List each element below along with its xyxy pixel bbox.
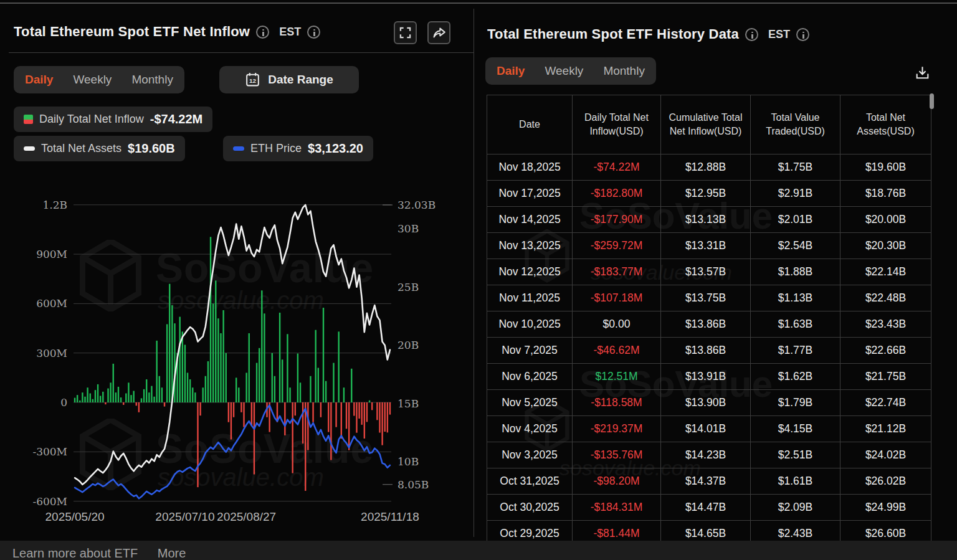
share-button[interactable] [427,21,450,44]
legend-label: Total Net Assets [41,142,121,155]
table-row: Nov 14,2025-$177.90M$13.13B$2.01B$20.00B [487,207,931,233]
cell-value: $13.86B [661,311,751,338]
tab-monthly[interactable]: Monthly [131,73,173,87]
inflow-bar-negative [138,402,140,412]
inflow-bar-positive [107,389,108,402]
table-header-cell: Daily Total Net Inflow(USD) [573,95,661,154]
calendar-icon: 12 [245,72,260,88]
table-row: Nov 13,2025-$259.72M$13.31B$2.54B$20.30B [487,233,931,259]
inflow-bar-positive [115,392,117,402]
download-button[interactable] [911,61,933,83]
inflow-bar-positive [220,333,221,402]
cell-value: -$177.90M [573,207,661,233]
inflow-bar-negative [292,402,293,473]
inflow-bar-positive [141,398,142,402]
inflow-bar-negative [240,402,242,412]
cell-value: -$118.58M [573,390,661,416]
legend-label: Daily Total Net Inflow [39,113,144,126]
date-range-button[interactable]: 12 Date Range [219,66,359,93]
cell-value: $2.54B [751,233,840,259]
inflow-bar-positive [343,387,345,402]
history-header: Total Ethereum Spot ETF History Data EST [487,26,809,42]
table-row: Oct 29,2025-$81.44M$14.65B$2.43B$26.60B [487,521,931,541]
table-row: Nov 17,2025-$182.80M$12.95B$2.91B$18.76B [487,181,931,207]
y2-axis-label: 32.03B [398,199,436,211]
cell-date: Nov 14,2025 [487,207,573,233]
legend-eth-price[interactable]: ETH Price $3,123.20 [223,136,373,161]
tab-daily[interactable]: Daily [25,73,53,87]
inflow-bar-negative [305,402,306,491]
inflow-bar-positive [205,376,206,402]
cell-date: Nov 11,2025 [487,285,573,311]
cell-value: $13.91B [661,364,751,390]
inflow-bar-negative [366,402,368,422]
inflow-bar-positive [189,379,191,402]
inflow-bar-positive [125,393,126,402]
cell-value: $22.66B [840,338,931,364]
cell-value: $21.75B [840,364,931,390]
inflow-bar-positive [128,382,129,402]
net-inflow-chart[interactable]: 1.2B900M600M300M0-300M-600M32.03B30B25B2… [0,174,474,536]
cell-value: $13.57B [661,259,751,285]
legend-daily-net-inflow[interactable]: Daily Total Net Inflow -$74.22M [14,107,212,132]
learn-more-text: Learn more about ETF [12,546,138,560]
cell-value: $2.91B [751,181,840,207]
inflow-bar-positive [77,395,78,402]
cell-value: $2.01B [751,207,840,233]
y2-axis-label: 30B [398,222,419,235]
inflow-bar-positive [272,353,273,402]
cell-value: $1.75B [751,154,840,181]
cell-value: $12.88B [661,154,751,181]
legend-total-net-assets[interactable]: Total Net Assets $19.60B [14,136,185,161]
info-icon[interactable] [745,28,758,41]
tab-weekly[interactable]: Weekly [545,64,583,78]
inflow-bar-positive [97,384,98,402]
inflow-bar-negative [358,402,359,419]
inflow-bar-positive [236,377,237,402]
inflow-bar-positive [87,387,88,402]
inflow-bar-positive [90,393,91,402]
cell-value: $13.90B [661,390,751,416]
fullscreen-button[interactable] [394,21,417,44]
cell-value: $14.37B [661,468,751,495]
table-row: Nov 18,2025-$74.22M$12.88B$1.75B$19.60B [487,154,931,181]
info-icon[interactable] [796,28,809,41]
inflow-bar-negative [228,402,229,422]
inflow-bar-negative [320,402,321,417]
cell-value: -$135.76M [573,442,661,468]
cell-value: $14.01B [661,416,751,442]
inflow-bar-positive [113,364,114,402]
inflow-bar-positive [159,376,160,402]
x-axis-label: 2025/05/20 [45,510,105,523]
inflow-bar-positive [259,348,260,402]
table-scrollbar[interactable] [930,93,934,109]
cell-value: $18.76B [840,181,931,207]
info-icon[interactable] [256,26,269,39]
inflow-bar-positive [187,373,188,402]
tab-monthly[interactable]: Monthly [603,64,645,78]
inflow-bar-positive [110,382,111,402]
cell-date: Nov 7,2025 [487,338,573,364]
cell-value: $13.86B [661,338,751,364]
fullscreen-icon [399,27,411,39]
tab-daily[interactable]: Daily [497,64,525,78]
cell-value: $13.75B [661,285,751,311]
inflow-bar-positive [289,387,290,402]
inflow-bar-negative [105,402,106,404]
inflow-bar-positive [274,376,275,402]
inflow-bar-positive [194,392,196,402]
cell-value: $14.65B [661,521,751,541]
assets-line-icon [24,146,35,151]
cell-value: $4.15B [751,416,840,442]
more-link[interactable]: More [158,546,186,560]
table-row: Oct 31,2025-$98.20M$14.37B$1.61B$26.02B [487,468,931,495]
tab-weekly[interactable]: Weekly [73,73,112,87]
cell-value: -$219.37M [573,416,661,442]
inflow-bar-positive [297,353,298,402]
header-divider [9,52,474,53]
table-header-cell: Date [487,95,573,154]
inflow-bar-negative [199,402,201,415]
table-header-cell: Cumulative Total Net Inflow(USD) [661,95,751,154]
info-icon[interactable] [307,26,320,39]
share-icon [432,26,446,39]
